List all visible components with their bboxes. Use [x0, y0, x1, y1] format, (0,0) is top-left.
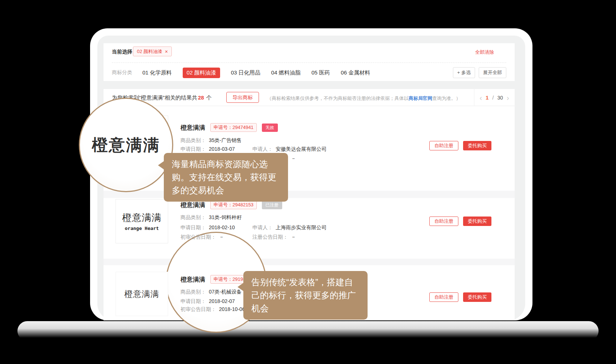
trademark-image[interactable]: 橙意满满 orange Heart: [115, 199, 168, 243]
results-header: 为您检索到“橙意满满”相关的结果共28 个 导出商标 （商标检索结果仅供参考，不…: [104, 89, 515, 106]
row-actions: 自助注册 委托购买: [429, 141, 491, 150]
row-separator: [104, 259, 515, 265]
row-field-line: 初审公告日期：－ 注册公告日期：－: [181, 234, 449, 241]
self-register-button[interactable]: 自助注册: [429, 141, 458, 150]
category-item-02-selected[interactable]: 02 颜料油漆: [183, 68, 220, 78]
entrust-buy-button[interactable]: 委托购买: [463, 217, 491, 226]
export-trademarks-button[interactable]: 导出商标: [226, 92, 259, 103]
filter-tag-label: 02 颜料油漆: [137, 48, 162, 55]
next-page-icon[interactable]: ›: [507, 94, 509, 101]
trademark-image-subtext: orange Heart: [125, 226, 159, 231]
trademark-name: 橙意满满: [181, 124, 205, 132]
results-count: 28: [197, 94, 205, 101]
table-row: 橙意满满 orange Heart 橙意满满 申请号：29482153 已注册 …: [104, 198, 515, 259]
row-actions: 自助注册 委托购买: [429, 292, 491, 302]
status-badge: 已注册: [262, 201, 282, 209]
trademark-image-text: 橙意满满: [125, 288, 159, 300]
page-separator: /: [492, 95, 494, 101]
category-item-01[interactable]: 01 化学原料: [142, 69, 172, 76]
trademark-image-text: 橙意满满: [122, 211, 162, 224]
category-item-05[interactable]: 05 医药: [311, 69, 330, 76]
magnified-trademark-text: 橙意满满: [92, 134, 160, 156]
status-badge: 无效: [262, 124, 278, 132]
application-number-tag: 申请号：29474941: [210, 123, 257, 132]
pagination: ‹ 1 / 30 ›: [474, 89, 515, 106]
prev-page-icon[interactable]: ‹: [479, 94, 482, 101]
laptop-base: [17, 321, 599, 341]
category-item-06[interactable]: 06 金属材料: [341, 69, 370, 76]
callout-marketplace: 海量精品商标资源随心选购。支持在线交易，获得更多的交易机会: [164, 153, 288, 202]
row-field-line: 申请日期：2018-02-10 申请人：上海雨步实业有限公司: [181, 225, 449, 232]
trademark-name: 橙意满满: [181, 275, 205, 284]
callout-text: 告别传统“发表格”，搭建自己的标行，获得更多的推广机会: [251, 277, 356, 313]
summary-suffix: 个: [205, 94, 212, 101]
trademark-image[interactable]: 橙意满满: [115, 272, 168, 316]
row-field-line: 申请日期：2018-03-07 申请人：安徽美达会展有限公司: [181, 146, 449, 153]
callout-promotion: 告别传统“发表格”，搭建自己的标行，获得更多的推广机会: [243, 271, 368, 320]
category-row-label: 商标分类: [112, 69, 132, 76]
callout-arrow-icon: [158, 161, 164, 170]
row-title-line: 橙意满满 申请号：29482153 已注册: [181, 201, 282, 209]
total-pages: 30: [497, 95, 503, 101]
multi-select-button[interactable]: + 多选: [453, 67, 475, 78]
expand-all-button[interactable]: 展开全部: [479, 67, 506, 78]
current-page: 1: [486, 94, 489, 101]
dashed-divider: [112, 62, 506, 63]
self-register-button[interactable]: 自助注册: [429, 217, 458, 226]
trademark-name: 橙意满满: [181, 201, 205, 209]
row-actions: 自助注册 委托购买: [429, 217, 491, 226]
remove-filter-icon[interactable]: ×: [165, 49, 168, 54]
row-field-line: 商品类别：31类-饲料种籽: [181, 214, 449, 222]
current-selection-label: 当前选择: [112, 49, 132, 55]
entrust-buy-button[interactable]: 委托购买: [463, 292, 491, 302]
callout-arrow-icon: [238, 283, 244, 291]
filter-panel: 当前选择 02 颜料油漆 × 全部清除 商标分类 01 化学原料 02 颜料油漆…: [104, 43, 515, 81]
category-item-04[interactable]: 04 燃料油脂: [271, 69, 301, 76]
row-field-line: 商品类别：35类-广告销售: [181, 137, 449, 145]
category-item-03[interactable]: 03 日化用品: [231, 69, 260, 76]
callout-text: 海量精品商标资源随心选购。支持在线交易，获得更多的交易机会: [172, 159, 276, 195]
trademark-office-link[interactable]: 商标局官网: [409, 96, 432, 101]
self-register-button[interactable]: 自助注册: [429, 292, 458, 302]
category-row: 商标分类 01 化学原料 02 颜料油漆 03 日化用品 04 燃料油脂 05 …: [112, 67, 506, 78]
row-title-line: 橙意满满 申请号：29474941 无效: [181, 124, 278, 132]
disclaimer-text: （商标检索结果仅供参考，不作为商标能否注册的法律依据；具体以商标局官网查询为准。…: [267, 95, 461, 102]
magnifier-circle-top: 橙意满满: [79, 98, 173, 192]
application-number-tag: 申请号：29482153: [210, 201, 257, 209]
entrust-buy-button[interactable]: 委托购买: [463, 141, 491, 150]
filter-tag-paint[interactable]: 02 颜料油漆 ×: [133, 46, 172, 56]
clear-all-button[interactable]: 全部清除: [475, 49, 494, 56]
